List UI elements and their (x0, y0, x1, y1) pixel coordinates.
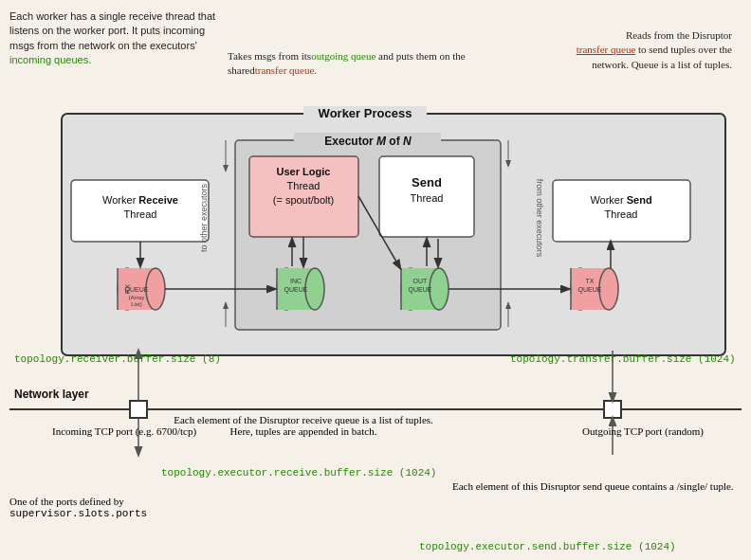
topology-executor-receive-code: topology.executor.receive.buffer.size (1… (161, 467, 436, 479)
svg-rect-1 (303, 106, 427, 121)
top-right-annotation: Reads from the Disruptor transfer queue … (557, 28, 732, 72)
worker-send-label: Worker Send (590, 194, 651, 206)
user-logic-label2: Thread (287, 180, 321, 191)
worker-send-label2: Thread (605, 208, 638, 220)
top-middle-annotation: Takes msgs from itsoutgoing queue and pu… (228, 49, 493, 79)
rx-queue-label3: (Array (129, 295, 144, 300)
topology-executor-send-code: topology.executor.send.buffer.size (1024… (419, 541, 676, 552)
svg-point-17 (305, 268, 324, 310)
outgoing-port-label: Outgoing TCP port (random) (582, 425, 704, 437)
svg-rect-7 (553, 180, 690, 242)
user-logic-label3: (= spout/bolt) (273, 194, 335, 206)
tx-queue-label: TX (586, 278, 595, 284)
svg-point-13 (277, 268, 296, 310)
network-layer-label: Network layer (14, 388, 89, 401)
far-left-annotation: One of the ports defined by supervisor.s… (9, 496, 147, 519)
worker-process-title: Worker Process (319, 106, 412, 120)
send-thread-label2: Thread (411, 192, 444, 204)
from-other-executors-label: from other executors (535, 179, 544, 258)
tx-queue-label2: QUEUE (578, 286, 602, 294)
user-logic-label: User Logic (277, 166, 331, 177)
svg-point-12 (146, 268, 165, 310)
inc-queue-label2: QUEUE (284, 286, 308, 294)
far-right-annotation: Each element of this Disruptor send queu… (452, 480, 742, 492)
bottom-middle-annotation: Each element of the Disruptor receive qu… (152, 414, 455, 437)
svg-point-22 (430, 268, 449, 310)
svg-rect-14 (277, 268, 315, 310)
rx-queue-label4: List) (131, 301, 141, 307)
svg-line-31 (358, 196, 400, 268)
svg-rect-9 (118, 268, 156, 310)
worker-receive-label2: Thread (124, 208, 157, 220)
svg-point-8 (118, 268, 137, 310)
topology-transfer-code: topology.transfer.buffer.size (1024) (510, 353, 736, 365)
svg-rect-2 (235, 140, 501, 330)
topology-receiver-code: topology.receiver.buffer.size (8) (14, 353, 221, 365)
worker-receive-label: Worker Receive (102, 194, 178, 206)
svg-point-18 (401, 268, 420, 310)
svg-rect-19 (401, 268, 439, 310)
out-queue-label: OUT (413, 278, 429, 284)
svg-point-23 (571, 268, 590, 310)
send-thread-label: Send (412, 175, 442, 190)
executor-title: Executor M of N (324, 135, 412, 148)
out-queue-label2: QUEUE (409, 286, 432, 294)
rx-queue-label: RX (124, 284, 131, 294)
top-left-annotation: Each worker has a single receive thread … (9, 9, 228, 68)
svg-rect-42 (130, 401, 147, 418)
svg-rect-6 (379, 156, 474, 237)
rx-queue-label2: QUEUE (125, 286, 149, 294)
svg-rect-4 (71, 180, 209, 242)
svg-rect-24 (571, 268, 609, 310)
svg-rect-0 (62, 114, 725, 355)
svg-rect-5 (249, 156, 358, 237)
svg-point-27 (599, 268, 618, 310)
svg-rect-3 (294, 133, 441, 148)
svg-rect-43 (604, 401, 621, 418)
to-other-executors-label: to other executors (199, 183, 209, 252)
inc-queue-label: INC (290, 278, 302, 284)
